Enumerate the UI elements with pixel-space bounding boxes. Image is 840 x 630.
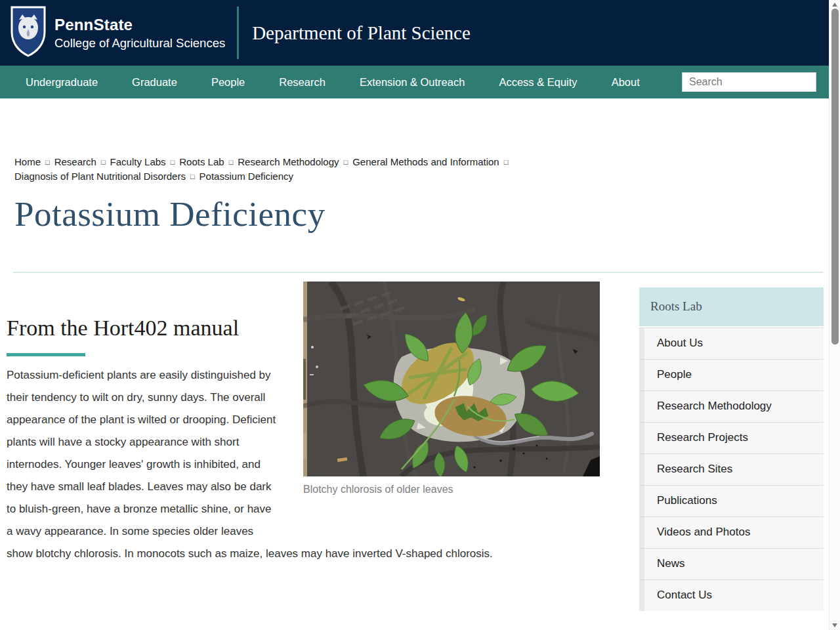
nav-item-about[interactable]: About [612,76,640,89]
breadcrumb-separator-icon: □ [45,155,50,169]
breadcrumb-item-roots-lab[interactable]: Roots Lab [179,156,224,167]
breadcrumb-item-diagnosis-of-plant-nutritional-disorders[interactable]: Diagnosis of Plant Nutritional Disorders [14,171,186,182]
nav-item-research[interactable]: Research [279,76,326,89]
breadcrumb-item-home[interactable]: Home [14,156,41,167]
breadcrumb-separator-icon: □ [171,155,175,169]
pennstate-shield-icon [10,6,46,60]
sidebar-item-research-projects[interactable]: Research Projects [639,422,824,453]
scrollbar[interactable] [829,0,840,630]
sidebar-item-people[interactable]: People [639,359,824,390]
page-content: Home□Research□Faculty Labs□Roots Lab□Res… [0,155,840,611]
sidebar-item-about-us[interactable]: About Us [639,327,824,359]
nav-item-extension-outreach[interactable]: Extension & Outreach [360,76,465,89]
logo-wordmark: PennState [54,16,225,34]
logo-text: PennState College of Agricultural Scienc… [54,16,225,51]
breadcrumb-item-research-methodology[interactable]: Research Methodology [238,156,339,167]
site-title: Department of Plant Science [252,22,471,44]
photo-caption: Blotchy chlorosis of older leaves [303,484,600,495]
sidebar-item-videos-and-photos[interactable]: Videos and Photos [639,516,824,548]
logo-college-name: College of Agricultural Sciences [54,36,225,51]
breadcrumb-item-research[interactable]: Research [54,156,96,167]
nav-item-people[interactable]: People [211,76,245,89]
breadcrumb-separator-icon: □ [190,169,195,184]
breadcrumb-item-general-methods-and-information[interactable]: General Methods and Information [352,156,499,167]
sidebar-item-research-methodology[interactable]: Research Methodology [639,390,824,422]
page-title: Potassium Deficiency [14,194,840,234]
breadcrumb-separator-icon: □ [504,155,509,169]
scrollbar-down-arrow-icon[interactable] [832,623,837,627]
sidebar-item-publications[interactable]: Publications [639,485,824,516]
content-row: Blotchy chlorosis of older leaves From t… [7,273,840,611]
heading-accent-rule [7,353,85,356]
article-column: Blotchy chlorosis of older leaves From t… [7,273,600,611]
nav-item-graduate[interactable]: Graduate [132,76,177,89]
sidebar-list: About UsPeopleResearch MethodologyResear… [639,327,824,611]
breadcrumb-separator-icon: □ [344,155,348,169]
nav-links: UndergraduateGraduatePeopleResearchExten… [26,76,674,89]
breadcrumb-item-faculty-labs[interactable]: Faculty Labs [110,156,166,167]
deficiency-photo-image [303,282,600,476]
scrollbar-thumb[interactable] [831,9,839,345]
site-header: PennState College of Agricultural Scienc… [0,0,840,66]
sidebar-title[interactable]: Roots Lab [639,287,824,326]
pennstate-logo[interactable]: PennState College of Agricultural Scienc… [10,6,225,60]
scrollbar-up-arrow-icon[interactable] [832,3,837,7]
sidebar-item-contact-us[interactable]: Contact Us [639,579,824,611]
breadcrumb: Home□Research□Faculty Labs□Roots Lab□Res… [14,155,526,184]
nav-item-undergraduate[interactable]: Undergraduate [26,76,98,89]
sidebar-item-news[interactable]: News [639,548,824,579]
header-divider [237,7,239,59]
deficiency-photo-figure: Blotchy chlorosis of older leaves [303,282,600,495]
main-nav: UndergraduateGraduatePeopleResearchExten… [0,66,840,98]
breadcrumb-separator-icon: □ [229,155,234,169]
search-input[interactable] [682,72,816,92]
sidebar: Roots Lab About UsPeopleResearch Methodo… [639,287,824,611]
nav-item-access-equity[interactable]: Access & Equity [499,76,577,89]
breadcrumb-item-potassium-deficiency[interactable]: Potassium Deficiency [200,171,293,182]
breadcrumb-separator-icon: □ [101,155,106,169]
sidebar-item-research-sites[interactable]: Research Sites [639,453,824,485]
